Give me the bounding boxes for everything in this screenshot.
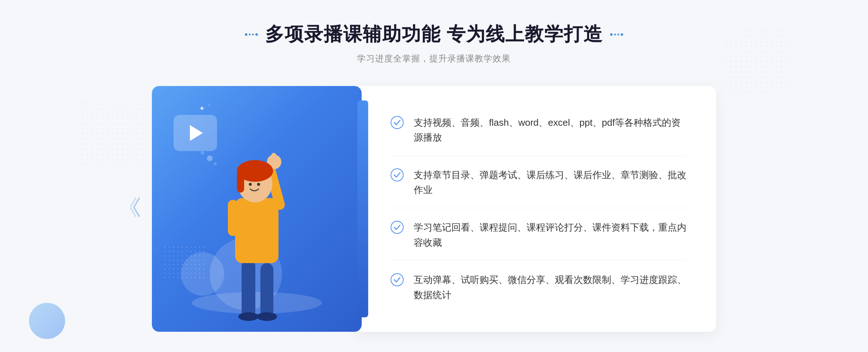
svg-rect-5 bbox=[235, 198, 278, 263]
svg-point-17 bbox=[214, 162, 217, 165]
header-section: 多项录播课辅助功能 专为线上教学打造 学习进度全掌握，提升录播课教学效果 bbox=[245, 22, 623, 64]
chevrons-left-decoration bbox=[130, 197, 145, 222]
title-dots-left bbox=[245, 33, 258, 36]
person-illustration bbox=[152, 86, 362, 332]
feature-item-1: 支持视频、音频、flash、word、excel、ppt、pdf等各种格式的资源… bbox=[391, 105, 687, 156]
feature-item-4: 互动弹幕、试听购买、微信分享、观看次数限制、学习进度跟踪、数据统计 bbox=[391, 262, 687, 313]
title-dots-right bbox=[610, 33, 623, 36]
feature-text-3: 学习笔记回看、课程提问、课程评论打分、课件资料下载，重点内容收藏 bbox=[414, 220, 687, 250]
features-panel: 支持视频、音频、flash、word、excel、ppt、pdf等各种格式的资源… bbox=[354, 86, 716, 332]
page-wrapper: 多项录播课辅助功能 专为线上教学打造 学习进度全掌握，提升录播课教学效果 bbox=[0, 0, 868, 352]
subtitle: 学习进度全掌握，提升录播课教学效果 bbox=[245, 53, 623, 64]
illustration-panel: ✦ · bbox=[152, 86, 362, 332]
accent-bar bbox=[357, 100, 368, 317]
check-icon-2 bbox=[391, 168, 404, 181]
svg-point-20 bbox=[391, 221, 403, 233]
svg-point-18 bbox=[391, 116, 403, 129]
feature-text-2: 支持章节目录、弹题考试、课后练习、课后作业、章节测验、批改作业 bbox=[414, 168, 687, 198]
svg-point-0 bbox=[192, 292, 322, 314]
svg-rect-12 bbox=[237, 171, 244, 193]
check-icon-4 bbox=[391, 273, 404, 286]
svg-point-15 bbox=[207, 155, 213, 161]
svg-rect-8 bbox=[271, 153, 276, 167]
svg-point-13 bbox=[249, 183, 252, 186]
svg-rect-9 bbox=[228, 200, 238, 236]
deco-circle-bottom-left bbox=[29, 303, 65, 339]
feature-item-3: 学习笔记回看、课程提问、课程评论打分、课件资料下载，重点内容收藏 bbox=[391, 210, 687, 261]
svg-rect-2 bbox=[260, 263, 273, 317]
dot-pattern-right bbox=[723, 29, 788, 94]
svg-point-21 bbox=[391, 274, 403, 286]
svg-point-19 bbox=[391, 169, 403, 181]
svg-point-3 bbox=[238, 312, 259, 321]
main-title: 多项录播课辅助功能 专为线上教学打造 bbox=[265, 22, 603, 47]
content-area: ✦ · bbox=[152, 86, 716, 332]
dot-pattern-left bbox=[80, 101, 145, 166]
svg-point-14 bbox=[257, 183, 260, 186]
feature-text-4: 互动弹幕、试听购买、微信分享、观看次数限制、学习进度跟踪、数据统计 bbox=[414, 272, 687, 302]
svg-point-16 bbox=[201, 151, 204, 155]
svg-rect-1 bbox=[242, 259, 255, 317]
title-row: 多项录播课辅助功能 专为线上教学打造 bbox=[245, 22, 623, 47]
feature-item-2: 支持章节目录、弹题考试、课后练习、课后作业、章节测验、批改作业 bbox=[391, 158, 687, 208]
check-icon-3 bbox=[391, 221, 404, 234]
check-icon-1 bbox=[391, 116, 404, 129]
feature-text-1: 支持视频、音频、flash、word、excel、ppt、pdf等各种格式的资源… bbox=[414, 115, 687, 145]
svg-point-4 bbox=[257, 312, 277, 321]
